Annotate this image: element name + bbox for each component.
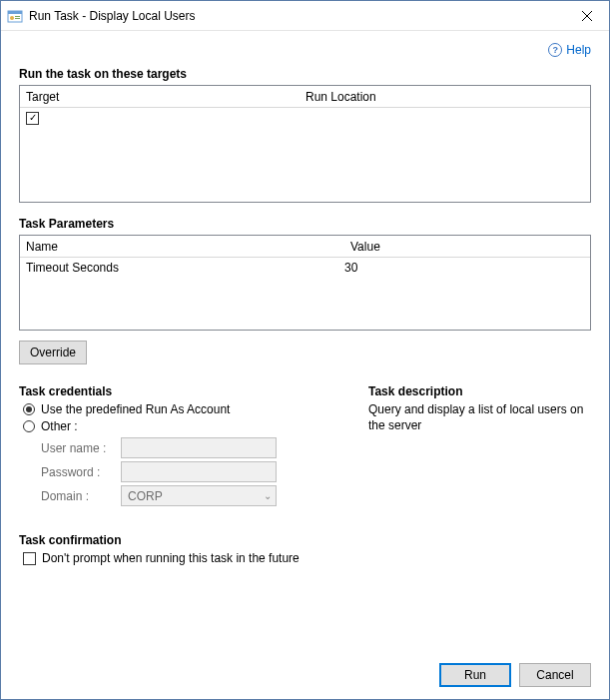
app-icon xyxy=(7,8,23,24)
username-label: User name : xyxy=(41,441,115,455)
help-row: ? Help xyxy=(19,39,591,61)
description-text: Query and display a list of local users … xyxy=(368,402,591,433)
close-button[interactable] xyxy=(564,1,609,31)
params-heading: Task Parameters xyxy=(19,217,591,231)
dialog-footer: Run Cancel xyxy=(19,655,591,687)
cancel-button[interactable]: Cancel xyxy=(519,663,591,687)
close-icon xyxy=(582,11,592,21)
params-header-row: Name Value xyxy=(20,236,590,258)
chevron-down-icon: ⌄ xyxy=(264,490,272,501)
table-row[interactable]: Timeout Seconds 30 xyxy=(20,258,590,278)
col-target[interactable]: Target xyxy=(20,90,300,104)
domain-combo[interactable]: CORP ⌄ xyxy=(121,485,277,506)
help-link[interactable]: Help xyxy=(566,43,591,57)
param-name: Timeout Seconds xyxy=(26,261,344,275)
target-checkbox[interactable]: ✓ xyxy=(26,112,39,125)
targets-header-row: Target Run Location xyxy=(20,86,590,108)
param-value: 30 xyxy=(344,261,584,275)
credentials-form: User name : Password : Domain : CORP ⌄ xyxy=(41,437,348,506)
description-heading: Task description xyxy=(368,384,591,398)
svg-rect-4 xyxy=(15,18,20,19)
targets-heading: Run the task on these targets xyxy=(19,67,591,81)
username-input[interactable] xyxy=(121,437,277,458)
confirmation-heading: Task confirmation xyxy=(19,533,591,547)
radio-icon xyxy=(23,403,35,415)
svg-rect-3 xyxy=(15,16,20,17)
domain-label: Domain : xyxy=(41,489,115,503)
domain-value: CORP xyxy=(128,489,163,503)
credentials-heading: Task credentials xyxy=(19,384,348,398)
titlebar: Run Task - Display Local Users xyxy=(1,1,609,31)
radio-other[interactable]: Other : xyxy=(23,419,348,433)
table-row[interactable]: ✓ xyxy=(20,108,590,128)
radio-other-label: Other : xyxy=(41,419,78,433)
confirm-checkbox[interactable] xyxy=(23,552,36,565)
svg-rect-1 xyxy=(8,11,22,14)
window-title: Run Task - Display Local Users xyxy=(29,9,564,23)
dialog-content: Window Snip ? Help Run the task on these… xyxy=(1,31,609,699)
radio-predefined-label: Use the predefined Run As Account xyxy=(41,402,230,416)
svg-point-2 xyxy=(10,16,14,20)
password-input[interactable] xyxy=(121,461,277,482)
col-run-location[interactable]: Run Location xyxy=(300,90,590,104)
targets-list[interactable]: Target Run Location ✓ xyxy=(19,85,591,203)
confirmation-row[interactable]: Don't prompt when running this task in t… xyxy=(23,551,591,565)
radio-icon xyxy=(23,420,35,432)
confirm-label: Don't prompt when running this task in t… xyxy=(42,551,300,565)
password-label: Password : xyxy=(41,465,115,479)
params-list[interactable]: Name Value Timeout Seconds 30 xyxy=(19,235,591,331)
col-name[interactable]: Name xyxy=(20,240,344,254)
run-button[interactable]: Run xyxy=(439,663,511,687)
override-button[interactable]: Override xyxy=(19,341,87,364)
radio-predefined[interactable]: Use the predefined Run As Account xyxy=(23,402,348,416)
dialog-window: Run Task - Display Local Users Window Sn… xyxy=(0,0,610,700)
col-value[interactable]: Value xyxy=(344,240,590,254)
help-icon: ? xyxy=(548,43,562,57)
